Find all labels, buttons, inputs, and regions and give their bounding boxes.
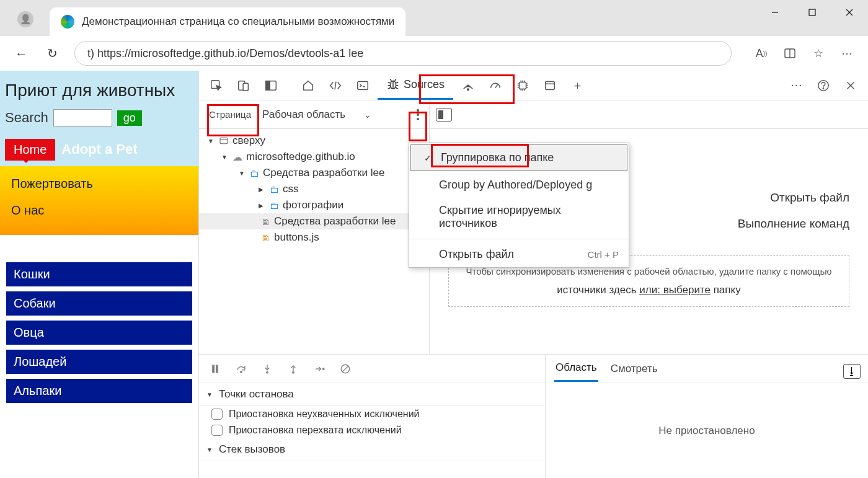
device-icon[interactable] [231,73,256,98]
check-icon: ✓ [421,153,435,163]
refresh-button[interactable]: ↻ [43,45,61,62]
callstack-section[interactable]: ▼Стек вызовов [199,438,545,461]
console-icon[interactable] [350,73,375,98]
checkbox-icon[interactable] [211,409,223,420]
devtools-more-icon[interactable]: ⋯ [784,73,808,98]
pause-button[interactable] [204,358,226,380]
category-button[interactable]: Альпаки [6,379,192,403]
page-tab[interactable]: Страница [204,109,256,120]
debugger-panel: ▼Точки останова Приостановка неухваченны… [199,354,868,478]
workspace-tab[interactable]: Рабочая область [256,108,352,121]
svg-point-22 [823,87,823,88]
tree-row[interactable]: ▶🗀css [199,181,429,197]
scope-tab[interactable]: Область [554,355,598,382]
category-button[interactable]: Лошадей [6,350,192,374]
svg-rect-1 [809,9,815,15]
add-tab-icon[interactable]: ＋ [565,73,590,98]
more-icon[interactable]: ⋯ [838,45,856,62]
tree-row-selected[interactable]: 🗎Средства разработки lee [199,213,429,229]
search-label: Search [5,110,48,126]
read-aloud-icon[interactable]: A)) [753,45,770,62]
adopt-link[interactable]: Adopt a Pet [61,139,137,161]
devtools-close-icon[interactable] [838,73,863,98]
chevron-down-icon[interactable]: ⌄ [364,110,371,120]
sources-tree-panel: Страница Рабочая область ⌄ ▼сверху ▼☁mic… [199,100,430,354]
tree-row[interactable]: ▼сверху [199,133,429,149]
help-icon[interactable] [811,73,836,98]
svg-line-12 [335,81,336,89]
go-button[interactable]: go [117,110,142,126]
watch-tab[interactable]: Смотреть [609,356,659,381]
welcome-icon[interactable] [296,73,321,98]
tree-row[interactable]: ▶🗀фотографии [199,197,429,213]
tab-title: Демонстрационная страница со специальным… [82,15,394,28]
svg-line-37 [342,366,348,372]
svg-point-16 [467,89,469,91]
tree-row[interactable]: 🗎buttons.js [199,229,429,246]
toggle-sidebar-icon[interactable] [436,108,452,122]
devtools-panel: Sources ＋ ⋯ Страница Рабочая область [198,71,868,478]
search-row: Search go [0,107,198,129]
sources-viewer-toolbar [430,100,868,129]
favorite-icon[interactable]: ☆ [810,45,827,62]
performance-icon[interactable] [483,73,508,98]
tree-row[interactable]: ▼☁microsoftedge.github.io [199,149,429,165]
minimize-button[interactable] [756,0,794,25]
ctx-group-by-folder[interactable]: ✓Группировка по папке [410,144,627,171]
category-button[interactable]: Собаки [6,291,192,316]
checkbox-row[interactable]: Приостановка неухваченных исключений [199,406,545,422]
category-button[interactable]: Кошки [6,262,192,286]
checkbox-row[interactable]: Приостановка перехвата исключений [199,422,545,438]
svg-rect-11 [266,81,270,90]
file-icon: 🗎 [261,216,270,227]
ctx-hide-ignored[interactable]: Скрытие игнорируемых источников [409,198,629,236]
network-icon[interactable] [456,73,480,98]
search-input[interactable] [53,109,112,126]
close-window-button[interactable] [831,0,868,25]
svg-point-31 [267,371,268,373]
window-controls [756,0,868,25]
select-folder-link[interactable]: или: выберите [639,284,711,296]
profile-icon[interactable] [17,11,33,27]
page-pane: Приют для животных Search go Home Adopt … [0,71,198,478]
step-over-button[interactable] [230,358,252,380]
step-button[interactable] [308,358,330,380]
category-button[interactable]: Овца [6,321,192,345]
ctx-group-authored[interactable]: Group by Authored/Deployed g [409,172,629,198]
application-icon[interactable] [538,73,562,98]
deactivate-breakpoints-button[interactable] [334,358,356,380]
home-button[interactable]: Home [5,139,55,161]
elements-icon[interactable] [323,73,348,98]
kebab-menu-icon[interactable] [412,109,424,120]
shortcut-label: Ctrl + P [588,249,619,260]
checkbox-icon[interactable] [211,425,223,436]
donate-link[interactable]: Пожертвовать [0,164,198,197]
step-into-button[interactable] [256,358,278,380]
maximize-button[interactable] [794,0,831,25]
svg-point-33 [293,371,294,373]
download-icon[interactable]: ⭳ [843,364,861,379]
about-link[interactable]: О нас [0,197,198,224]
step-out-button[interactable] [282,358,304,380]
address-bar[interactable]: t) https://microsoftedge.github.io/Demos… [74,41,732,66]
inspect-icon[interactable] [204,73,229,98]
memory-icon[interactable] [510,73,535,98]
panel-icon[interactable] [259,73,283,98]
svg-rect-28 [216,365,218,373]
reader-icon[interactable] [781,45,799,62]
ctx-open-file[interactable]: Открыть файлCtrl + P [409,242,629,267]
separator [409,239,629,239]
sources-tab-row: Страница Рабочая область ⌄ [199,100,429,129]
svg-point-29 [241,371,242,373]
svg-rect-13 [358,81,368,89]
breakpoints-section[interactable]: ▼Точки останова [199,383,545,406]
address-text: t) https://microsoftedge.github.io/Demos… [87,47,363,60]
page-title: Приют для животных [0,78,198,107]
svg-rect-25 [220,138,228,143]
tree-row[interactable]: ▼🗀Средства разработки lee [199,165,429,181]
browser-tab[interactable]: Демонстрационная страница со специальным… [50,7,405,36]
folder-icon: 🗀 [250,168,259,179]
sources-label: Sources [404,78,445,91]
back-button[interactable]: ← [12,45,30,62]
sources-tab[interactable]: Sources [378,71,453,100]
